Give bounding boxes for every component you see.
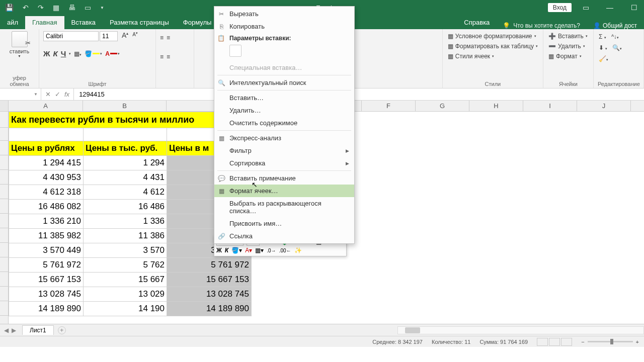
increase-font-icon[interactable]: A▴ [122, 31, 128, 41]
cell[interactable]: 15 667 153 [9, 273, 84, 287]
cell[interactable]: 1 294 415 [9, 156, 84, 170]
row-header[interactable] [0, 243, 9, 257]
menu-pick-from-list[interactable]: Выбрать из раскрывающегося списка… [214, 197, 354, 217]
zoom-in-icon[interactable]: + [636, 339, 639, 345]
cells-format-button[interactable]: ▦Формат ▾ [547, 51, 589, 61]
cell[interactable]: 4 430 953 [9, 170, 84, 185]
mini-font-color-button[interactable]: A▾ [245, 247, 252, 254]
name-box[interactable]: ▼ [0, 88, 41, 100]
cell[interactable]: 4 612 [84, 185, 167, 200]
menu-copy[interactable]: ⎘Копировать [214, 20, 354, 33]
view-page-layout-icon[interactable] [549, 338, 560, 346]
menu-format-cells[interactable]: ▦Формат ячеек… [214, 185, 354, 197]
cell[interactable]: 13 028 745 [167, 287, 252, 302]
cell[interactable]: 5 761 972 [167, 258, 252, 273]
zoom-out-icon[interactable]: − [581, 339, 584, 345]
view-page-break-icon[interactable] [561, 338, 572, 346]
menu-define-name[interactable]: Присвоить имя… [214, 217, 354, 230]
minimize-icon[interactable]: — [600, 4, 620, 12]
cell[interactable]: 15 667 [84, 273, 167, 287]
row-header[interactable] [0, 214, 9, 228]
mini-italic-button[interactable]: К [225, 247, 228, 254]
tab-formulas[interactable]: Формулы [176, 16, 219, 29]
cell[interactable]: 14 189 890 [9, 302, 84, 316]
underline-button[interactable]: Ч [61, 49, 66, 58]
row-header[interactable] [0, 301, 9, 316]
sheet-tab[interactable]: Лист1 [22, 325, 54, 335]
tab-help[interactable]: Справка [457, 16, 497, 29]
row-header[interactable] [0, 112, 9, 128]
mini-increase-decimal-icon[interactable]: .0→ [267, 248, 276, 253]
row-header[interactable] [0, 272, 9, 287]
qat-icon-3[interactable]: ▭ [85, 4, 91, 12]
cell-header[interactable]: Цены в тыс. руб. [84, 141, 167, 156]
column-header[interactable]: B [83, 101, 167, 111]
cell[interactable]: 15 667 153 [167, 273, 252, 287]
column-header[interactable]: H [469, 101, 523, 111]
cell[interactable]: 5 762 [84, 258, 167, 273]
menu-sort[interactable]: Сортировка▶ [214, 157, 354, 169]
tab-home[interactable]: Главная [25, 16, 64, 29]
font-name-input[interactable] [43, 31, 99, 41]
cell-styles-button[interactable]: ▦Стили ячеек ▾ [447, 51, 539, 61]
column-header[interactable]: F [362, 101, 416, 111]
sheet-nav-prev-icon[interactable]: ◀ [4, 327, 9, 334]
cell-header[interactable]: Цены в рублях [9, 141, 84, 156]
row-header[interactable] [0, 128, 9, 141]
find-icon[interactable]: 🔍▾ [612, 44, 622, 51]
menu-insert[interactable]: Вставить… [214, 92, 354, 104]
zoom-slider[interactable] [588, 341, 633, 342]
row-header[interactable] [0, 170, 9, 185]
share-button[interactable]: 👤Общий дост [586, 22, 644, 29]
menu-link[interactable]: 🔗Ссылка [214, 230, 354, 242]
maximize-icon[interactable]: ☐ [624, 4, 644, 12]
column-header[interactable]: I [523, 101, 577, 111]
menu-insert-comment[interactable]: 💬Вставить примечание [214, 172, 354, 185]
cancel-icon[interactable]: ✕ [45, 90, 51, 98]
ribbon-display-icon[interactable]: ▭ [576, 4, 596, 12]
cell[interactable]: 1 336 210 [9, 214, 84, 229]
cell[interactable]: 16 486 082 [9, 200, 84, 214]
cell[interactable]: 13 028 745 [9, 287, 84, 302]
tab-page-layout[interactable]: Разметка страницы [103, 16, 176, 29]
qat-icon[interactable]: ▦ [53, 4, 59, 12]
cell[interactable]: 4 612 318 [9, 185, 84, 200]
clear-icon[interactable]: 🧹▾ [599, 55, 608, 62]
cell[interactable]: 3 570 449 [9, 243, 84, 258]
align-left-icon[interactable]: ≡ [160, 53, 164, 60]
menu-filter[interactable]: Фильтр▶ [214, 144, 354, 157]
qat-dropdown-icon[interactable]: ▼ [100, 6, 104, 10]
menu-cut[interactable]: ✂Вырезать [214, 8, 354, 20]
menu-smart-lookup[interactable]: 🔍Интеллектуальный поиск [214, 76, 354, 89]
cell[interactable]: 5 761 972 [9, 258, 84, 273]
cell[interactable]: 16 486 [84, 200, 167, 214]
mini-decrease-decimal-icon[interactable]: .00← [279, 248, 291, 253]
cell[interactable]: 14 189 890 [167, 302, 252, 316]
cells-delete-button[interactable]: ➖Удалить ▾ [547, 41, 589, 51]
cell[interactable]: 11 386 [84, 229, 167, 243]
bold-button[interactable]: Ж [43, 49, 50, 58]
cell[interactable]: 1 294 [84, 156, 167, 170]
italic-button[interactable]: К [53, 49, 58, 58]
mini-fill-color-button[interactable]: 🪣▾ [231, 247, 242, 254]
login-button[interactable]: Вход [548, 3, 572, 12]
column-header[interactable]: G [416, 101, 469, 111]
row-header[interactable] [0, 199, 9, 214]
border-button[interactable]: ▦▾ [74, 50, 82, 57]
select-all-corner[interactable] [0, 101, 9, 111]
cell[interactable]: 1 336 [84, 214, 167, 229]
cells-insert-button[interactable]: ➕Вставить ▾ [547, 31, 589, 41]
menu-paste-special[interactable]: Специальная вставка… [214, 61, 354, 74]
enter-icon[interactable]: ✓ [55, 90, 60, 98]
horizontal-scrollbar[interactable] [397, 326, 644, 334]
column-header[interactable]: A [9, 101, 83, 111]
row-header[interactable] [0, 287, 9, 301]
cell[interactable]: 3 570 [84, 243, 167, 258]
sheet-nav-next-icon[interactable]: ▶ [12, 327, 16, 334]
redo-icon[interactable]: ↷ [38, 4, 44, 12]
qat-icon-2[interactable]: 🖶 [68, 4, 75, 12]
cell[interactable]: 14 190 [84, 302, 167, 316]
cell[interactable]: 11 385 982 [9, 229, 84, 243]
tell-me-search[interactable]: 💡Что вы хотите сделать? [497, 22, 586, 29]
cell[interactable]: 4 431 [84, 170, 167, 185]
